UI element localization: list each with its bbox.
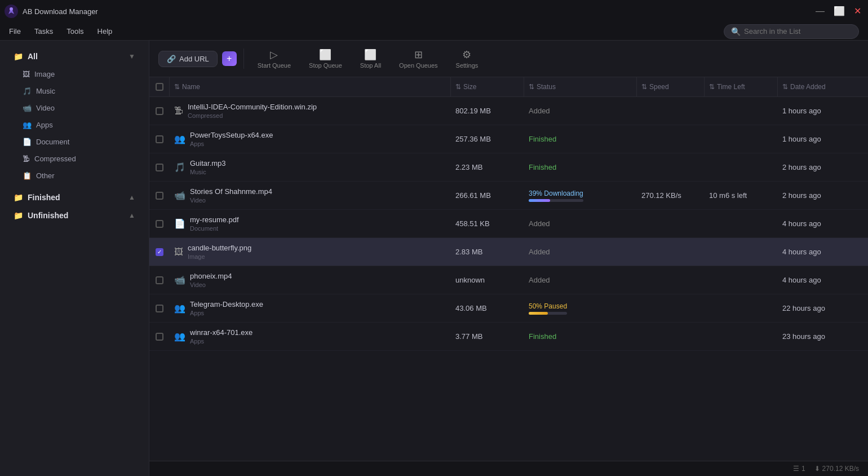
header-size[interactable]: ⇅ Size [451,77,524,96]
search-input[interactable] [744,27,852,36]
row-time-cell [705,331,778,342]
maximize-button[interactable]: ⬜ [834,7,845,16]
row-name-cell: 📹 phoneix.mp4 Video [170,266,451,294]
row-checkbox-cell[interactable] [149,327,170,346]
toolbar-divider-1 [243,49,244,69]
file-info: phoneix.mp4 Video [190,272,232,288]
row-checkbox[interactable] [156,107,163,115]
toolbar: 🔗 Add URL + ▷ Start Queue ⬜ Stop Queue ⬜… [149,41,868,77]
row-date-cell: 2 hours ago [778,157,868,177]
add-url-plus-button[interactable]: + [222,51,237,66]
status-text: Added [529,276,550,284]
table-row[interactable]: 📹 phoneix.mp4 Video unknownAdded4 hours … [149,266,868,294]
document-icon: 📄 [23,138,32,146]
file-info: winrar-x64-701.exe Apps [190,328,253,345]
row-checkbox[interactable] [156,333,163,341]
speed-item: ⬇ 270.12 KB/s [814,465,859,473]
table-row[interactable]: 📹 Stories Of Shahnme.mp4 Video 266.61 MB… [149,182,868,210]
add-url-button[interactable]: 🔗 Add URL [158,51,218,67]
table-header: ⇅ Name ⇅ Size ⇅ Status ⇅ Speed ⇅ Time [149,77,868,97]
stop-all-button[interactable]: ⬜ Stop All [353,46,388,71]
file-category: Video [190,281,232,288]
row-checkbox-cell[interactable] [149,158,170,177]
sidebar-finished-header[interactable]: 📁 Finished ▲ [5,188,144,206]
stop-queue-button[interactable]: ⬜ Stop Queue [302,46,349,71]
open-queues-button[interactable]: ⊞ Open Queues [392,46,445,71]
row-checkbox[interactable] [156,220,163,228]
sidebar-item-compressed[interactable]: 🗜 Compressed [5,151,144,167]
stop-all-label: Stop All [360,62,381,69]
row-checkbox[interactable] [156,192,163,200]
status-bar: ☰ 1 ⬇ 270.12 KB/s [149,461,868,476]
menu-file[interactable]: File [9,25,21,38]
row-checkbox-cell[interactable] [149,299,170,318]
start-queue-button[interactable]: ▷ Start Queue [251,46,298,71]
content-area: 🔗 Add URL + ▷ Start Queue ⬜ Stop Queue ⬜… [149,41,868,476]
status-paused: 50% Paused [529,302,567,315]
sidebar-item-music[interactable]: 🎵 Music [5,83,144,99]
row-checkbox[interactable]: ✓ [156,248,163,256]
menu-help[interactable]: Help [98,25,113,38]
header-time-left[interactable]: ⇅ Time Left [705,77,778,96]
sidebar-item-other[interactable]: 📋 Other [5,168,144,184]
file-category: Video [190,197,272,204]
row-status-cell: Added [524,101,637,121]
sidebar-item-image[interactable]: 🖼 Image [5,66,144,82]
row-date-cell: 4 hours ago [778,214,868,233]
other-icon: 📋 [23,171,32,180]
sidebar-other-label: Other [36,171,55,180]
header-name[interactable]: ⇅ Name [170,77,451,96]
header-date-added[interactable]: ⇅ Date Added [778,77,868,96]
table-row[interactable]: 👥 Telegram-Desktop.exe Apps 43.06 MB 50%… [149,294,868,323]
header-checkbox-cell[interactable] [149,77,170,96]
sort-arrow-status: ⇅ [529,83,534,91]
table-row[interactable]: 👥 winrar-x64-701.exe Apps 3.77 MBFinishe… [149,323,868,351]
sidebar-music-label: Music [36,87,55,95]
row-speed-cell [637,105,705,117]
app-title: AB Download Manager [23,7,98,16]
search-icon: 🔍 [731,27,741,36]
table-row[interactable]: 🎵 Guitar.mp3 Music 2.23 MBFinished2 hour… [149,153,868,182]
file-category: Apps [190,140,273,147]
header-status[interactable]: ⇅ Status [524,77,637,96]
file-type-icon: 📹 [174,275,185,285]
minimize-button[interactable]: — [816,7,825,16]
row-checkbox[interactable] [156,135,163,143]
file-name: Guitar.mp3 [190,159,226,168]
row-size-cell: 2.83 MB [451,242,524,262]
row-checkbox[interactable] [156,305,163,312]
menu-tools[interactable]: Tools [67,25,83,38]
row-status-cell: 39% Downloading [524,184,637,208]
row-checkbox-cell[interactable] [149,271,170,290]
sidebar-all-header[interactable]: 📁 All ▼ [5,47,144,65]
row-checkbox-cell[interactable] [149,102,170,121]
table-row[interactable]: 🗜 IntelliJ-IDEA-Community-Edition.win.zi… [149,97,868,125]
row-checkbox-cell[interactable] [149,186,170,205]
table-row[interactable]: 👥 PowerToysSetup-x64.exe Apps 257.36 MBF… [149,125,868,153]
table-row[interactable]: 📄 my-resume.pdf Document 458.51 KBAdded4… [149,210,868,238]
file-name: candle-butterfly.png [188,244,251,252]
list-icon: ☰ [793,465,799,473]
row-checkbox-cell[interactable] [149,130,170,149]
row-checkbox-cell[interactable]: ✓ [149,243,170,262]
search-box[interactable]: 🔍 [724,24,859,39]
apps-icon: 👥 [23,121,32,129]
row-checkbox-cell[interactable] [149,214,170,233]
row-checkbox[interactable] [156,164,163,171]
select-all-checkbox[interactable] [156,83,163,91]
file-category: Image [188,253,251,260]
table-row[interactable]: ✓ 🖼 candle-butterfly.png Image 2.83 MBAd… [149,238,868,266]
menu-tasks[interactable]: Tasks [34,25,53,38]
header-speed[interactable]: ⇅ Speed [637,77,705,96]
col-date-label: Date Added [790,83,826,91]
row-name-cell: 👥 winrar-x64-701.exe Apps [170,323,451,350]
row-date-cell: 22 hours ago [778,298,868,318]
row-speed-cell: 270.12 KB/s [637,186,705,205]
sidebar-item-video[interactable]: 📹 Video [5,100,144,116]
close-button[interactable]: ✕ [854,7,861,16]
settings-button[interactable]: ⚙ Settings [449,46,485,71]
sidebar-unfinished-header[interactable]: 📁 Unfinished ▲ [5,206,144,224]
sidebar-item-document[interactable]: 📄 Document [5,134,144,150]
row-checkbox[interactable] [156,276,163,284]
sidebar-item-apps[interactable]: 👥 Apps [5,117,144,133]
